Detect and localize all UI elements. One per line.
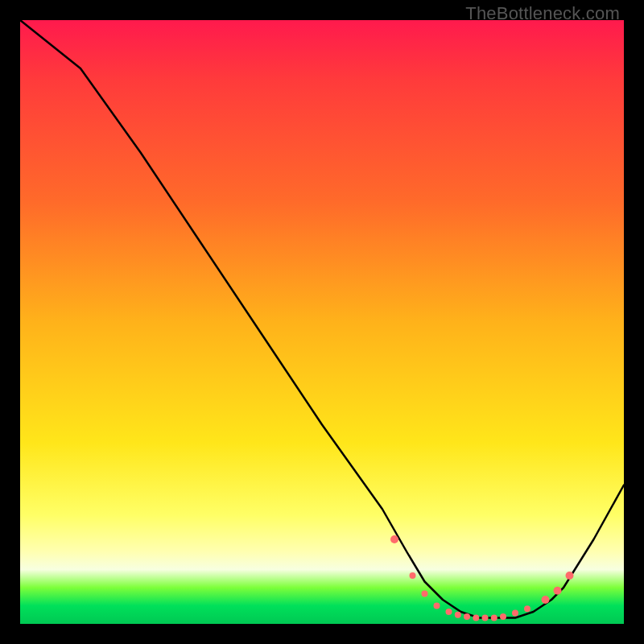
marker-dot	[464, 613, 470, 620]
marker-dot	[512, 610, 518, 617]
marker-dot	[390, 535, 398, 543]
marker-dot	[410, 572, 416, 579]
marker-dot	[422, 591, 428, 597]
marker-dot	[566, 572, 574, 580]
marker-dot	[455, 612, 461, 618]
marker-dot	[446, 609, 452, 615]
marker-dot	[524, 605, 530, 612]
chart-svg	[20, 20, 624, 624]
marker-dot	[482, 615, 489, 621]
marker-dot	[473, 615, 479, 621]
plot-area	[20, 20, 624, 624]
marker-dot	[500, 613, 506, 620]
marker-dot	[554, 587, 562, 595]
marker-dot	[434, 603, 440, 609]
marker-dot	[542, 596, 550, 604]
bottleneck-curve	[20, 20, 624, 618]
marker-dot	[491, 615, 497, 621]
chart-frame: TheBottleneck.com	[0, 0, 644, 644]
bottom-dots-group	[390, 535, 574, 621]
